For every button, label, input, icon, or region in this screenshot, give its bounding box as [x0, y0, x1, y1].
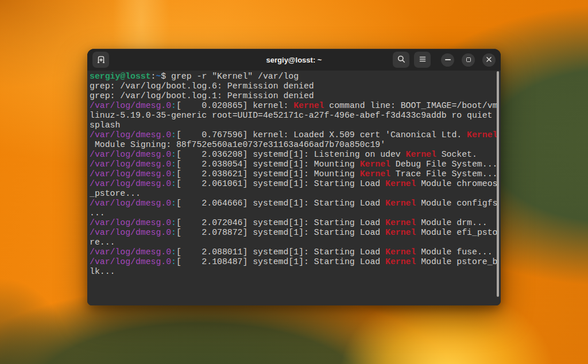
maximize-icon: [466, 57, 471, 62]
terminal-line: ...: [90, 208, 501, 218]
terminal-line: linuz-5.19.0-35-generic root=UUID=4e5217…: [90, 111, 501, 121]
terminal-line: /var/log/dmesg.0:[ 2.078872] systemd[1]:…: [90, 228, 501, 238]
titlebar[interactable]: sergiy@losst: ~: [87, 49, 501, 71]
terminal-line: /var/log/dmesg.0:[ 0.767596] kernel: Loa…: [90, 130, 501, 140]
terminal-line: /var/log/dmesg.0:[ 2.108487] systemd[1]:…: [90, 257, 501, 267]
terminal-line: /var/log/dmesg.0:[ 2.038621] systemd[1]:…: [90, 169, 501, 179]
minimize-icon: [445, 59, 451, 60]
search-button[interactable]: [393, 52, 409, 68]
tab-new-icon: [96, 55, 106, 65]
terminal-line: /var/log/dmesg.0:[ 0.020865] kernel: Ker…: [90, 101, 501, 111]
minimize-button[interactable]: [441, 53, 454, 67]
terminal-output: sergiy@losst:~$ grep -r "Kernel" /var/lo…: [90, 72, 501, 277]
new-tab-button[interactable]: [92, 52, 109, 68]
terminal-line: Module Signing: 88f752e560a1e0737e31163a…: [90, 140, 501, 150]
terminal-line: /var/log/dmesg.0:[ 2.038054] systemd[1]:…: [90, 160, 501, 169]
terminal-content[interactable]: sergiy@losst:~$ grep -r "Kernel" /var/lo…: [87, 71, 501, 305]
close-button[interactable]: [482, 53, 496, 67]
terminal-line: /var/log/dmesg.0:[ 2.072046] systemd[1]:…: [90, 218, 501, 228]
window-title: sergiy@losst: ~: [266, 56, 322, 64]
titlebar-right: [393, 52, 496, 68]
scrollbar[interactable]: [497, 71, 499, 297]
search-icon: [397, 55, 406, 65]
terminal-line: sergiy@losst:~$ grep -r "Kernel" /var/lo…: [90, 72, 501, 82]
terminal-line: _pstore...: [90, 189, 501, 199]
terminal-line: /var/log/dmesg.0:[ 2.036208] systemd[1]:…: [90, 150, 501, 160]
terminal-line: lk...: [90, 267, 501, 277]
terminal-line: /var/log/dmesg.0:[ 2.088011] systemd[1]:…: [90, 247, 501, 257]
terminal-line: re...: [90, 238, 501, 247]
maximize-button[interactable]: [462, 53, 475, 67]
hamburger-menu-icon: [418, 55, 427, 65]
desktop-wallpaper: sergiy@losst: ~: [0, 0, 588, 364]
window-control-buttons: [441, 53, 496, 67]
terminal-line: grep: /var/log/boot.log.6: Permission de…: [90, 82, 501, 91]
terminal-line: /var/log/dmesg.0:[ 2.061061] systemd[1]:…: [90, 179, 501, 189]
terminal-window: sergiy@losst: ~: [87, 49, 501, 305]
terminal-line: grep: /var/log/boot.log.1: Permission de…: [90, 91, 501, 101]
terminal-line: /var/log/dmesg.0:[ 2.064666] systemd[1]:…: [90, 199, 501, 208]
menu-button[interactable]: [414, 52, 431, 68]
titlebar-left: [92, 52, 109, 68]
close-icon: [486, 56, 492, 64]
terminal-line: splash: [90, 121, 501, 130]
